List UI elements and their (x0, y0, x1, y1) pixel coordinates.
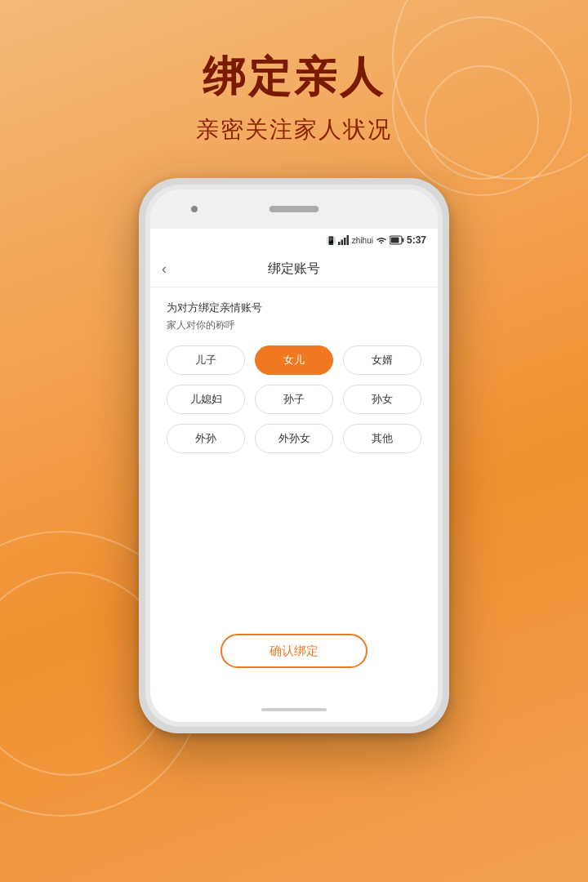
wifi-icon (376, 235, 387, 245)
phone-speaker (270, 206, 318, 212)
carrier-label: zhihui (352, 236, 373, 245)
option-btn-granddaughter-ext[interactable]: 外孙女 (255, 424, 333, 453)
svg-rect-5 (390, 238, 399, 243)
svg-rect-3 (346, 235, 349, 245)
svg-rect-1 (341, 240, 343, 246)
app-content: ‹ 绑定账号 为对方绑定亲情账号 家人对你的称呼 儿子女儿女婿儿媳妇孙子孙女外孙… (150, 252, 438, 697)
svg-rect-0 (338, 242, 341, 245)
phone-bottom-bar (150, 697, 438, 722)
sub-title: 亲密关注家人状况 (196, 114, 392, 145)
phone-screen: 📳 zhihui (150, 189, 438, 722)
form-label-sub: 家人对你的称呼 (167, 318, 421, 332)
status-bar: 📳 zhihui (150, 229, 438, 252)
option-btn-grandson-ext[interactable]: 外孙 (167, 424, 245, 453)
vibrate-icon: 📳 (326, 236, 336, 245)
option-btn-other[interactable]: 其他 (343, 424, 421, 453)
phone-top-bar (150, 189, 438, 229)
bg-deco-3 (425, 65, 539, 180)
page-container: 绑定亲人 亲密关注家人状况 📳 (0, 0, 588, 882)
back-button[interactable]: ‹ (162, 261, 167, 278)
svg-rect-2 (344, 238, 346, 245)
main-title: 绑定亲人 (196, 49, 392, 106)
app-header: ‹ 绑定账号 (150, 252, 438, 287)
option-btn-son-in-law[interactable]: 女婿 (343, 345, 421, 375)
bg-deco-2 (392, 16, 572, 196)
phone-wrapper: 📳 zhihui (139, 178, 449, 733)
signal-icon (338, 235, 350, 245)
phone-outer: 📳 zhihui (139, 178, 449, 733)
phone-inner: 📳 zhihui (145, 185, 443, 727)
option-btn-grandson[interactable]: 孙子 (255, 385, 333, 414)
form-label-main: 为对方绑定亲情账号 (167, 301, 421, 315)
option-btn-daughter[interactable]: 女儿 (255, 345, 333, 375)
status-icons: 📳 zhihui (326, 234, 426, 246)
form-area: 为对方绑定亲情账号 家人对你的称呼 儿子女儿女婿儿媳妇孙子孙女外孙外孙女其他 确… (150, 287, 438, 697)
battery-icon (390, 235, 404, 245)
svg-rect-6 (402, 238, 403, 243)
confirm-btn-area: 确认绑定 (167, 634, 421, 684)
options-grid: 儿子女儿女婿儿媳妇孙子孙女外孙外孙女其他 (167, 345, 421, 453)
home-indicator (261, 708, 327, 711)
bg-deco-1 (392, 0, 588, 180)
header-section: 绑定亲人 亲密关注家人状况 (196, 49, 392, 145)
status-time: 5:37 (407, 234, 426, 246)
phone-camera (191, 206, 198, 212)
confirm-button[interactable]: 确认绑定 (220, 634, 368, 668)
option-btn-granddaughter[interactable]: 孙女 (343, 385, 421, 414)
option-btn-daughter-in-law[interactable]: 儿媳妇 (167, 385, 245, 414)
option-btn-son[interactable]: 儿子 (167, 345, 245, 375)
app-header-title: 绑定账号 (268, 261, 320, 278)
